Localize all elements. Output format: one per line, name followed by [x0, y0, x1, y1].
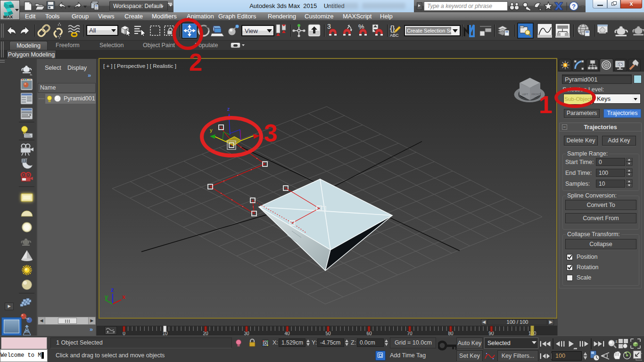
svg-text:z: z — [227, 106, 230, 112]
svg-text:3: 3 — [327, 23, 331, 30]
svg-text:y: y — [105, 293, 108, 300]
svg-text:?: ? — [572, 3, 576, 10]
svg-text:z: z — [111, 286, 114, 293]
svg-text:MAX: MAX — [3, 15, 13, 19]
svg-text:View: View — [245, 27, 258, 34]
svg-text:ABC: ABC — [390, 33, 399, 38]
svg-text:All: All — [89, 27, 96, 34]
svg-text:±: ± — [615, 339, 618, 344]
svg-text:Create Selection Se: Create Selection Se — [407, 28, 453, 33]
svg-text:[ + ] [ Perspective ] [ Realis: [ + ] [ Perspective ] [ Realistic ] — [103, 63, 176, 69]
svg-text:LEFT: LEFT — [522, 93, 528, 96]
svg-text:x: x — [122, 293, 126, 300]
